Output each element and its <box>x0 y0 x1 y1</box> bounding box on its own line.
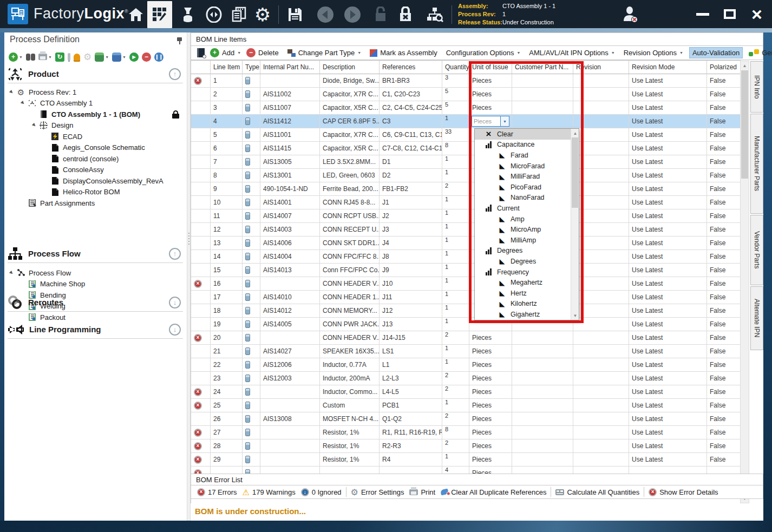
cell-refs[interactable]: C7-C8, C12, C14-C15 <box>380 142 442 155</box>
tree-item-part-assignments[interactable]: Part Assignments <box>4 198 187 208</box>
scroll-down-icon[interactable]: ▼ <box>571 311 579 320</box>
cell-line[interactable]: 17 <box>211 291 243 304</box>
cell-pol[interactable]: False <box>707 142 741 155</box>
cell-pol[interactable]: False <box>707 291 741 304</box>
table-row[interactable]: ×16CONN HEADER V...J101Use LatestFalse <box>191 277 741 291</box>
cell-line[interactable]: 25 <box>211 399 243 412</box>
column-header-quantity[interactable]: Quantity <box>442 60 469 74</box>
table-row[interactable]: 8AIS13001LED, Green, 0603D21Use LatestFa… <box>191 169 741 182</box>
cell-rev[interactable] <box>573 264 629 277</box>
cell-qty[interactable]: 1 <box>442 318 469 331</box>
cell-pol[interactable]: False <box>707 277 741 291</box>
cell-unit[interactable]: Pieces <box>469 88 512 101</box>
cell-mode[interactable]: Use Latest <box>629 209 707 223</box>
cell-ipn[interactable]: AIS14004 <box>260 250 320 264</box>
cell-desc[interactable]: Capacitor, X7R C... <box>320 128 380 142</box>
cell-mode[interactable]: Use Latest <box>629 426 707 439</box>
grid-vertical-scrollbar[interactable]: ▲ ▼ <box>740 61 749 503</box>
cell-refs[interactable]: J9 <box>380 264 442 277</box>
cell-unit[interactable]: Pieces▼ <box>469 115 512 128</box>
cell-unit[interactable]: Pieces <box>469 372 512 385</box>
cell-unit[interactable]: Pieces <box>469 439 512 453</box>
cell-qty[interactable]: 5 <box>442 88 469 101</box>
cell-unit[interactable]: Pieces <box>469 412 512 426</box>
cell-rev[interactable] <box>573 237 629 250</box>
tree-item-cto-assembly-1[interactable]: ▶CTO Assembly 1 <box>4 98 187 109</box>
table-row[interactable]: 4AIS11412CAP CER 6.8PF 5...C31Pieces▼Use… <box>191 115 741 128</box>
cell-type[interactable] <box>243 439 260 453</box>
clear-all-duplicate-references-button[interactable]: Clear All Duplicate References <box>438 487 549 497</box>
dropdown-item-megahertz[interactable]: ◣Megahertz <box>475 277 579 288</box>
tree-item-displayconsoleassembly-reva[interactable]: DisplayConsoleAssembly_RevA <box>4 175 187 186</box>
cell-type[interactable] <box>243 331 260 345</box>
cell-ipn[interactable] <box>260 439 320 453</box>
cell-rev[interactable] <box>573 385 629 399</box>
cell-refs[interactable]: R1, R11, R16-R19, R2 <box>380 426 442 439</box>
dropdown-item-degrees[interactable]: Degrees <box>475 246 579 257</box>
cell-mode[interactable]: Use Latest <box>629 304 707 318</box>
cell-cust[interactable] <box>512 385 573 399</box>
cell-desc[interactable]: CONN RCPT USB... <box>320 209 380 223</box>
cell-qty[interactable]: 2 <box>442 412 469 426</box>
dropdown-scrollbar[interactable]: ▲▼ <box>571 129 579 320</box>
cell-line[interactable]: 20 <box>211 331 243 345</box>
expander-icon[interactable]: ▶ <box>20 100 27 106</box>
cell-type[interactable] <box>243 399 260 412</box>
dropdown-item-nanofarad[interactable]: ◣NanoFarad <box>475 193 579 203</box>
table-row[interactable]: 3AIS11007Capacitor, X5R C...C2, C4-C5, C… <box>191 101 741 115</box>
cell-pol[interactable]: False <box>707 223 741 237</box>
cell-rev[interactable] <box>573 74 629 88</box>
stop-red-button[interactable]: − <box>142 52 151 62</box>
cell-mode[interactable]: Use Latest <box>629 264 707 277</box>
cell-qty[interactable]: 1 <box>442 155 469 169</box>
settings-gear-icon[interactable]: ⚙ <box>253 5 272 24</box>
documents-icon[interactable] <box>230 5 248 24</box>
aml-avl-alt-ipn-options-button[interactable]: AML/AVL/Alt IPN Options▼ <box>526 48 617 58</box>
cell-desc[interactable]: CONN SKT DDR1... <box>320 237 380 250</box>
cell-line[interactable]: 1 <box>211 74 243 88</box>
cell-ipn[interactable]: AIS13001 <box>260 169 320 182</box>
pause-blue-button[interactable]: ❙❙ <box>154 52 163 62</box>
cell-pol[interactable]: False <box>707 169 741 182</box>
cell-qty[interactable]: 1 <box>442 115 469 128</box>
cell-qty[interactable]: 1 <box>442 250 469 264</box>
cell-desc[interactable]: Capacitor, X5R C... <box>320 101 380 115</box>
column-header-type[interactable]: Type <box>243 60 260 74</box>
expander-icon[interactable]: ▶ <box>9 89 15 95</box>
cell-rev[interactable] <box>573 196 629 209</box>
cell-ipn[interactable]: AIS13008 <box>260 412 320 426</box>
cell-rev[interactable] <box>573 88 629 101</box>
cell-type[interactable] <box>243 182 260 196</box>
cell-mode[interactable]: Use Latest <box>629 277 707 291</box>
pin-icon[interactable] <box>176 37 183 44</box>
dropdown-item-picofarad[interactable]: ◣PicoFarad <box>475 182 579 193</box>
cell-qty[interactable]: 1 <box>442 264 469 277</box>
cell-pol[interactable]: False <box>707 426 741 439</box>
cell-line[interactable]: 28 <box>211 439 243 453</box>
cell-ipn[interactable]: AIS14012 <box>260 304 320 318</box>
cell-desc[interactable]: SPEAKER 16X35... <box>320 345 380 358</box>
cell-mode[interactable]: Use Latest <box>629 412 707 426</box>
dropdown-item-milliamp[interactable]: ◣MilliAmp <box>475 235 579 246</box>
cell-desc[interactable]: Custom <box>320 399 380 412</box>
cell-rev[interactable] <box>573 331 629 345</box>
dropdown-item-microfarad[interactable]: ◣MicroFarad <box>475 161 579 172</box>
cell-pol[interactable]: False <box>707 74 741 88</box>
cell-type[interactable] <box>243 277 260 291</box>
cell-ipn[interactable]: AIS14027 <box>260 345 320 358</box>
forward-icon[interactable] <box>343 5 362 24</box>
cell-refs[interactable]: LS1 <box>380 345 442 358</box>
lock-x-icon[interactable] <box>396 5 415 24</box>
cell-ipn[interactable]: AIS14003 <box>260 223 320 237</box>
cell-qty[interactable]: 2 <box>442 372 469 385</box>
cell-line[interactable]: 18 <box>211 304 243 318</box>
cell-unit[interactable]: Pieces <box>469 399 512 412</box>
back-icon[interactable] <box>316 5 335 24</box>
tree-item-centroid-console-[interactable]: centroid (console) <box>4 153 187 164</box>
cell-mode[interactable]: Use Latest <box>629 237 707 250</box>
cell-qty[interactable]: 1 <box>442 169 469 182</box>
cell-refs[interactable]: C6, C9-C11, C13, C16 <box>380 128 442 142</box>
cell-refs[interactable]: J12 <box>380 304 442 318</box>
cell-type[interactable] <box>243 196 260 209</box>
cell-cust[interactable] <box>512 358 573 372</box>
